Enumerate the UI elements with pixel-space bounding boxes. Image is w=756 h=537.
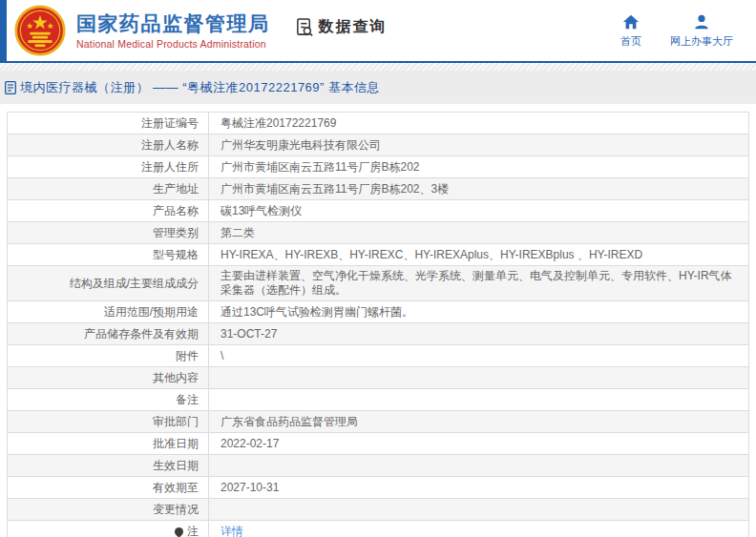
table-row: 注册证编号粤械注准20172221769 [8,113,749,134]
table-row: 产品名称碳13呼气检测仪 [8,200,749,222]
agency-name-cn: 国家药品监督管理局 [76,12,270,35]
agency-name-en: National Medical Products Administration [76,38,270,50]
user-icon [693,13,710,31]
note-icon [173,526,185,537]
row-value [209,389,749,411]
row-value: 粤械注准20172221769 [209,113,749,134]
table-row: 管理类别第二类 [8,222,749,244]
nav-home-label: 首页 [620,34,641,49]
row-label: 型号规格 [8,244,209,266]
row-value: 2022-02-17 [209,433,749,455]
nav-online-hall-label: 网上办事大厅 [670,34,733,49]
row-label: 附件 [8,345,209,367]
nav-online-hall[interactable]: 网上办事大厅 [670,13,733,49]
row-value: 广东省食品药品监督管理局 [209,411,749,433]
row-value [209,455,749,477]
national-emblem-logo [14,5,66,56]
detail-table-body: 注册证编号粤械注准20172221769注册人名称广州华友明康光电科技有限公司注… [8,113,749,537]
table-row: 适用范围/预期用途通过13C呼气试验检测胃幽门螺杆菌。 [8,301,749,323]
row-value: 详情 [209,521,749,537]
top-nav: 首页 网上办事大厅 [620,13,733,49]
row-value: 第二类 [209,222,749,244]
breadcrumb: 境内医疗器械（注册） —— “粤械注准20172221769” 基本信息 [0,71,756,104]
row-value: HY-IREXA、HY-IREXB、HY-IREXC、HY-IREXAplus、… [209,244,749,266]
row-value: 广州市黄埔区南云五路11号厂房B栋202 [209,156,749,178]
row-label: 产品名称 [8,200,209,222]
data-query-icon [295,17,315,37]
table-row: 结构及组成/主要组成成分主要由进样装置、空气净化干燥系统、光学系统、测量单元、电… [8,266,749,301]
row-label: 注册人住所 [8,156,209,178]
row-value: 2027-10-31 [209,477,749,499]
table-row: 其他内容 [8,367,749,389]
row-label: 批准日期 [8,433,209,455]
row-label: 备注 [8,389,209,411]
home-icon [622,13,640,31]
table-row: 注详情 [8,521,749,537]
table-row: 型号规格HY-IREXA、HY-IREXB、HY-IREXC、HY-IREXAp… [8,244,749,266]
row-label: 适用范围/预期用途 [8,301,209,323]
row-label: 管理类别 [8,222,209,244]
row-label: 变更情况 [8,499,209,521]
row-value: 广州市黄埔区南云五路11号厂房B栋202、3楼 [209,178,749,200]
table-row: 批准日期2022-02-17 [8,433,749,455]
table-row: 注册人住所广州市黄埔区南云五路11号厂房B栋202 [8,156,749,178]
data-query-section: 数据查询 [295,17,388,37]
table-row: 审批部门广东省食品药品监督管理局 [8,411,749,433]
row-label: 有效期至 [8,477,209,499]
row-label: 审批部门 [8,411,209,433]
header: 国家药品监督管理局 National Medical Products Admi… [0,0,756,61]
table-row: 注册人名称广州华友明康光电科技有限公司 [8,134,749,156]
row-value: \ [209,345,749,367]
row-label: 产品储存条件及有效期 [8,323,209,345]
row-value: 31-OCT-27 [209,323,749,345]
table-row: 生效日期 [8,455,749,477]
agency-title-block: 国家药品监督管理局 National Medical Products Admi… [76,12,270,50]
row-label: 生效日期 [8,455,209,477]
table-row: 附件\ [8,345,749,367]
row-label: 生产地址 [8,178,209,200]
table-row: 有效期至2027-10-31 [8,477,749,499]
breadcrumb-text: 境内医疗器械（注册） —— “粤械注准20172221769” 基本信息 [20,79,380,96]
table-row: 变更情况 [8,499,749,521]
row-value: 广州华友明康光电科技有限公司 [209,134,749,156]
table-row: 产品储存条件及有效期31-OCT-27 [8,323,749,345]
header-accent-strip [0,0,7,61]
row-value: 碳13呼气检测仪 [209,200,749,222]
device-detail-table: 注册证编号粤械注准20172221769注册人名称广州华友明康光电科技有限公司注… [7,112,749,537]
row-label: 注 [8,521,209,537]
hatch-band [0,63,756,71]
page: 国家药品监督管理局 National Medical Products Admi… [0,0,756,537]
detail-link[interactable]: 详情 [220,525,243,537]
row-value [209,499,749,521]
row-label: 结构及组成/主要组成成分 [8,266,209,301]
row-value [209,367,749,389]
data-query-label: 数据查询 [319,17,388,37]
document-icon [5,81,16,94]
nav-home[interactable]: 首页 [620,13,641,49]
row-value: 通过13C呼气试验检测胃幽门螺杆菌。 [209,301,749,323]
table-row: 备注 [8,389,749,411]
row-label: 其他内容 [8,367,209,389]
table-row: 生产地址广州市黄埔区南云五路11号厂房B栋202、3楼 [8,178,749,200]
row-value: 主要由进样装置、空气净化干燥系统、光学系统、测量单元、电气及控制单元、专用软件、… [209,266,749,301]
row-label: 注册人名称 [8,134,209,156]
row-label: 注册证编号 [8,113,209,134]
